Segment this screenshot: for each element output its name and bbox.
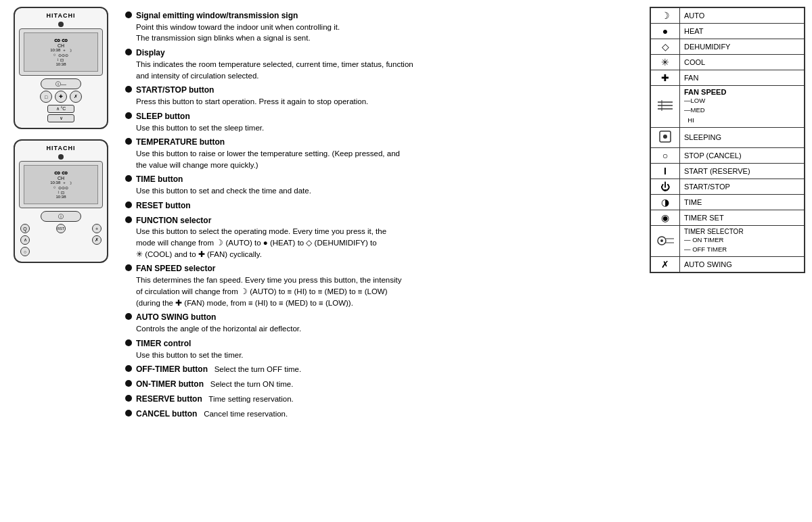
bullet-dot-function <box>125 216 132 223</box>
legend-row-timersel: TIMER SELECTOR — ON TIMER — OFF TIMER <box>651 225 805 257</box>
legend-label-startstop: START/STOP <box>680 179 805 194</box>
bullet-dot-reset <box>125 201 132 208</box>
bullet-title-autoswing: AUTO SWING button <box>136 312 301 323</box>
legend-icon-timersel <box>651 225 680 257</box>
sleeping-icon-svg <box>658 130 672 143</box>
bullet-dot-autoswing <box>125 313 132 320</box>
bullet-cancel: CANCEL button Cancel time reservation. <box>125 408 639 420</box>
legend-row-fanspeed: FAN SPEED —LOW —MED HI <box>651 86 805 128</box>
hitachi-logo-bottom: HITACHI <box>19 145 103 151</box>
bullet-dot-cancel <box>125 410 132 417</box>
bullet-dot-temperature <box>125 138 132 145</box>
bullet-desc-signal: Point this window toward the indoor unit… <box>136 22 340 44</box>
legend-row-dehumidify: ◇ DEHUMIDIFY <box>651 39 805 55</box>
bullet-dot-fanspeed <box>125 264 132 271</box>
bullet-reset: RESET button <box>125 200 639 212</box>
legend-icon-sleeping <box>651 127 680 147</box>
btn-arrow-bottom[interactable]: ∧ <box>20 235 30 245</box>
btn-plus-top[interactable]: ✚ <box>55 91 67 103</box>
display-top: ᴄᴏ ᴄᴏ CH 10:38+☽ ○⊙⊙⊙ ↕⊡ 10:38 <box>19 28 103 76</box>
remote-bottom: HITACHI ᴄᴏ ᴄᴏ CH 10:38+☽ ○⊙⊙⊙ ↕⊡ 10:38 <box>14 139 108 263</box>
legend-label-heat: HEAT <box>680 24 805 39</box>
bottom-buttons-row3: ○ <box>20 247 102 256</box>
bullet-title-display: Display <box>136 47 413 59</box>
hitachi-logo-top: HITACHI <box>19 12 103 19</box>
bullet-startstop: START/STOP button Press this button to s… <box>125 85 639 107</box>
legend-row-sleeping: SLEEPING <box>651 127 805 147</box>
legend-row-time: ◑ TIME <box>651 194 805 210</box>
bullet-desc-ontimer: Select the turn ON time. <box>206 380 293 388</box>
bullet-dot-signal <box>125 11 132 18</box>
legend-icon-cool: ✳ <box>651 55 680 70</box>
legend-icon-stop: ○ <box>651 147 680 163</box>
bullet-dot-offtimer <box>125 365 132 372</box>
bullet-signal: Signal emitting window/transmission sign… <box>125 10 639 44</box>
bullet-title-offtimer: OFF-TIMER button <box>136 364 208 374</box>
remote-top: HITACHI ᴄᴏ ᴄᴏ CH 10:38+☽ ○⊙⊙⊙ ↕⊡ 10:38 <box>14 7 108 129</box>
legend-icon-autoswing: ✗ <box>651 257 680 272</box>
legend-label-fanspeed: FAN SPEED —LOW —MED HI <box>680 86 805 128</box>
bullet-dot-display <box>125 49 132 55</box>
bullet-display: Display This indicates the room temperat… <box>125 47 639 81</box>
bullet-desc-autoswing: Controls the angle of the horizontal air… <box>136 323 301 335</box>
btn-square-top[interactable]: □ <box>40 91 52 103</box>
btn-temp-up-top[interactable]: ∧ °C <box>47 105 74 113</box>
legend-row-start: I START (RESERVE) <box>651 163 805 179</box>
btn-reset-bottom[interactable]: RST <box>56 224 66 233</box>
bullet-desc-timer: Use this button to set the timer. <box>136 350 244 361</box>
bullet-desc-reserve: Time setting reservation. <box>204 395 294 403</box>
legend-row-startstop: ⏻ START/STOP <box>651 179 805 194</box>
bottom-buttons-row2: ∧ ✗ <box>20 235 102 245</box>
legend-row-heat: ● HEAT <box>651 24 805 39</box>
btn-q-bottom[interactable]: Q <box>20 224 30 233</box>
btn-temp-down-top[interactable]: ∨ <box>47 114 74 122</box>
legend-icon-heat: ● <box>651 24 680 39</box>
btn-plus-bottom[interactable]: + <box>92 224 102 233</box>
bullet-title-fanspeed: FAN SPEED selector <box>136 263 401 275</box>
legend-row-stop: ○ STOP (CANCEL) <box>651 147 805 163</box>
legend-label-timerset: TIMER SET <box>680 210 805 225</box>
bullet-desc-temperature: Use this button to raise or lower the te… <box>136 148 400 170</box>
bullet-sleep: SLEEP button Use this button to set the … <box>125 111 639 133</box>
bullet-desc-display: This indicates the room temperature sele… <box>136 59 413 81</box>
bullet-offtimer: OFF-TIMER button Select the turn OFF tim… <box>125 364 639 375</box>
bullet-title-time: TIME button <box>136 174 311 185</box>
btn-info-top[interactable]: ⓘ— <box>41 78 81 89</box>
legend-label-dehumidify: DEHUMIDIFY <box>680 39 805 55</box>
bullet-title-sleep: SLEEP button <box>136 111 264 122</box>
fan-speed-bars-icon <box>655 95 675 116</box>
legend-row-cool: ✳ COOL <box>651 55 805 70</box>
bullet-desc-cancel: Cancel time reservation. <box>200 410 288 418</box>
bullet-title-temperature: TEMPERATURE button <box>136 137 400 148</box>
bullet-dot-sleep <box>125 112 132 119</box>
bullet-temperature: TEMPERATURE button Use this button to ra… <box>125 137 639 170</box>
bullet-function: FUNCTION selector Use this button to sel… <box>125 215 639 260</box>
bullet-desc-time: Use this button to set and check the tim… <box>136 185 311 197</box>
btn-circle-bottom[interactable]: ○ <box>20 247 30 256</box>
bullet-fanspeed: FAN SPEED selector This determines the f… <box>125 263 639 308</box>
legend-label-auto: AUTO <box>680 8 805 24</box>
legend-label-stop: STOP (CANCEL) <box>680 147 805 163</box>
bullet-title-reserve: RESERVE button <box>136 394 202 404</box>
legend-label-timersel: TIMER SELECTOR — ON TIMER — OFF TIMER <box>680 225 805 257</box>
signal-dot-bottom <box>58 154 64 160</box>
bullet-time: TIME button Use this button to set and c… <box>125 174 639 196</box>
btn-x-top[interactable]: ✗ <box>70 91 82 103</box>
legend-panel: ☽ AUTO ● HEAT ◇ DEHUMIDIFY ✳ COOL ✚ FA <box>650 7 805 273</box>
legend-label-sleeping: SLEEPING <box>680 127 805 147</box>
bullet-desc-fanspeed: This determines the fan speed. Every tim… <box>136 275 401 308</box>
legend-table: ☽ AUTO ● HEAT ◇ DEHUMIDIFY ✳ COOL ✚ FA <box>650 7 805 272</box>
legend-label-start: START (RESERVE) <box>680 163 805 179</box>
bullet-dot-time <box>125 175 132 182</box>
bullet-title-signal: Signal emitting window/transmission sign <box>136 10 340 22</box>
bullet-desc-function: Use this button to select the operating … <box>136 226 386 260</box>
legend-icon-fan: ✚ <box>651 70 680 86</box>
bullet-timer: TIMER control Use this button to set the… <box>125 338 639 360</box>
bullet-title-ontimer: ON-TIMER button <box>136 379 204 389</box>
btn-info-bottom[interactable]: ⓘ <box>41 211 81 222</box>
temp-buttons-top: ∧ °C ∨ <box>19 105 103 122</box>
legend-label-time: TIME <box>680 194 805 210</box>
legend-icon-dehumidify: ◇ <box>651 39 680 55</box>
left-panel: HITACHI ᴄᴏ ᴄᴏ CH 10:38+☽ ○⊙⊙⊙ ↕⊡ 10:38 <box>7 7 115 515</box>
btn-x-bottom[interactable]: ✗ <box>92 235 102 245</box>
